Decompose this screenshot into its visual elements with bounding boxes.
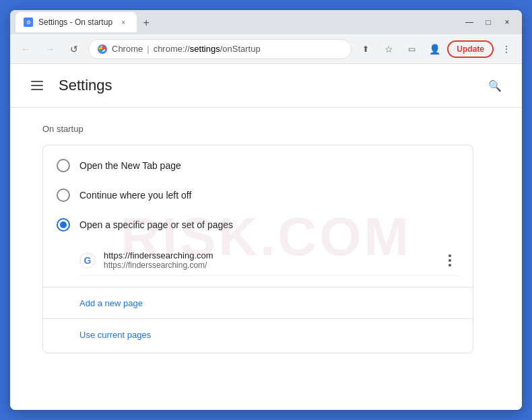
- hamburger-line-1: [31, 81, 43, 82]
- divider-2: [43, 318, 473, 319]
- startup-page-subtitle: https://finderssearching.com/: [104, 260, 432, 270]
- profile-icon: 👤: [429, 44, 440, 55]
- hamburger-menu-button[interactable]: [26, 75, 48, 96]
- address-url: chrome://settings/onStartup: [154, 44, 261, 54]
- address-brand: Chrome: [112, 44, 143, 54]
- radio-continue: [57, 188, 70, 202]
- back-button[interactable]: ←: [15, 39, 36, 59]
- option-continue[interactable]: Continue where you left off: [43, 180, 473, 210]
- divider-1: [43, 287, 473, 287]
- svg-text:G: G: [84, 255, 92, 266]
- radio-inner-dot: [60, 221, 67, 228]
- update-button[interactable]: Update: [447, 40, 494, 58]
- address-separator: |: [147, 44, 149, 54]
- active-tab[interactable]: ⚙ Settings - On startup ×: [15, 12, 137, 32]
- use-current-row: Use current pages: [43, 322, 473, 347]
- chrome-logo-icon: [97, 44, 108, 55]
- tab-favicon: ⚙: [24, 18, 33, 27]
- dot-3: [448, 264, 451, 267]
- title-bar: ⚙ Settings - On startup × + — □ ×: [10, 10, 522, 34]
- window-controls: — □ ×: [460, 13, 517, 32]
- startup-page-item: G https://finderssearching.com https://f…: [79, 245, 459, 276]
- chrome-menu-button[interactable]: ⋮: [496, 39, 517, 59]
- page-title: Settings: [59, 77, 112, 94]
- search-icon: 🔍: [488, 79, 502, 92]
- tab-bar: ⚙ Settings - On startup × +: [15, 12, 457, 32]
- option-specific-label: Open a specific page or set of pages: [79, 219, 233, 230]
- profile-button[interactable]: 👤: [424, 39, 444, 59]
- startup-pages-section: G https://finderssearching.com https://f…: [43, 240, 473, 284]
- radio-specific: [57, 218, 70, 232]
- share-icon: ⬆: [362, 44, 369, 54]
- dot-2: [448, 259, 451, 262]
- use-current-pages-link[interactable]: Use current pages: [79, 330, 151, 340]
- option-specific[interactable]: Open a specific page or set of pages: [43, 210, 473, 240]
- sidebar-icon: ▭: [408, 44, 415, 54]
- minimize-button[interactable]: —: [460, 13, 479, 32]
- forward-button[interactable]: →: [40, 39, 60, 59]
- radio-new-tab: [57, 159, 70, 172]
- bookmark-icon: ☆: [385, 44, 393, 55]
- new-tab-button[interactable]: +: [137, 13, 156, 32]
- tab-title: Settings - On startup: [38, 18, 112, 27]
- share-button[interactable]: ⬆: [356, 39, 376, 59]
- startup-page-title: https://finderssearching.com: [104, 250, 432, 260]
- option-continue-label: Continue where you left off: [79, 190, 191, 201]
- chrome-menu-icon: ⋮: [502, 44, 511, 55]
- bookmark-button[interactable]: ☆: [378, 39, 399, 59]
- add-page-link[interactable]: Add a new page: [79, 298, 143, 308]
- hamburger-line-2: [31, 85, 43, 86]
- google-g-icon: G: [79, 252, 96, 269]
- add-page-row: Add a new page: [43, 290, 473, 316]
- settings-search-button[interactable]: 🔍: [484, 75, 506, 96]
- settings-main: On startup Open the New Tab page Continu…: [10, 108, 522, 370]
- refresh-button[interactable]: ↺: [64, 39, 84, 59]
- hamburger-line-3: [31, 89, 43, 90]
- nav-actions: ⬆ ☆ ▭ 👤 Update ⋮: [356, 39, 517, 59]
- option-new-tab[interactable]: Open the New Tab page: [43, 151, 473, 180]
- close-button[interactable]: ×: [498, 13, 517, 32]
- sidebar-button[interactable]: ▭: [401, 39, 422, 59]
- page-content: RISK.COM Settings 🔍 On startup Open the …: [10, 64, 522, 410]
- nav-bar: ← → ↺ Chrome | chrome://settings/onStart…: [10, 34, 522, 64]
- options-card: Open the New Tab page Continue where you…: [42, 145, 473, 353]
- address-bar[interactable]: Chrome | chrome://settings/onStartup: [88, 39, 352, 59]
- tab-close-button[interactable]: ×: [118, 17, 129, 28]
- page-info: https://finderssearching.com https://fin…: [104, 250, 432, 270]
- maximize-button[interactable]: □: [479, 13, 498, 32]
- refresh-icon: ↺: [70, 44, 78, 55]
- page-options-button[interactable]: [440, 251, 459, 270]
- forward-icon: →: [45, 44, 55, 55]
- browser-window: ⚙ Settings - On startup × + — □ × ← → ↺: [10, 10, 522, 410]
- section-title: On startup: [42, 124, 490, 134]
- option-new-tab-label: Open the New Tab page: [79, 160, 181, 171]
- back-icon: ←: [21, 44, 30, 55]
- settings-header: Settings 🔍: [10, 64, 522, 108]
- dot-1: [448, 254, 451, 257]
